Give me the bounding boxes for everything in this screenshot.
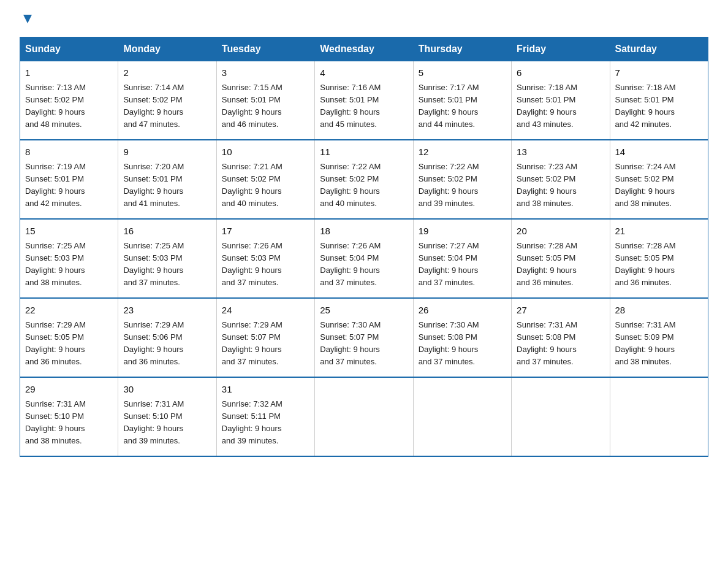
calendar-cell: [413, 377, 511, 456]
calendar-cell: 19 Sunrise: 7:27 AMSunset: 5:04 PMDaylig…: [413, 219, 511, 298]
weekday-header-tuesday: Tuesday: [216, 37, 314, 61]
calendar-cell: 6 Sunrise: 7:18 AMSunset: 5:01 PMDayligh…: [512, 61, 610, 140]
day-number: 3: [222, 66, 309, 80]
page-header: [20, 15, 708, 26]
day-info: Sunrise: 7:23 AMSunset: 5:02 PMDaylight:…: [517, 161, 604, 210]
calendar-cell: 30 Sunrise: 7:31 AMSunset: 5:10 PMDaylig…: [118, 377, 216, 456]
day-info: Sunrise: 7:29 AMSunset: 5:05 PMDaylight:…: [25, 319, 113, 369]
day-number: 15: [25, 224, 113, 239]
week-row-4: 22 Sunrise: 7:29 AMSunset: 5:05 PMDaylig…: [20, 298, 708, 377]
day-info: Sunrise: 7:31 AMSunset: 5:10 PMDaylight:…: [25, 398, 113, 448]
day-number: 24: [222, 304, 309, 318]
calendar-cell: 1 Sunrise: 7:13 AMSunset: 5:02 PMDayligh…: [20, 61, 118, 140]
day-number: 17: [222, 224, 309, 239]
calendar-cell: 4 Sunrise: 7:16 AMSunset: 5:01 PMDayligh…: [315, 61, 413, 140]
day-number: 20: [517, 224, 604, 239]
calendar-cell: 2 Sunrise: 7:14 AMSunset: 5:02 PMDayligh…: [118, 61, 216, 140]
day-number: 22: [25, 304, 113, 318]
calendar-cell: 12 Sunrise: 7:22 AMSunset: 5:02 PMDaylig…: [413, 140, 511, 219]
calendar-cell: 8 Sunrise: 7:19 AMSunset: 5:01 PMDayligh…: [20, 140, 118, 219]
day-info: Sunrise: 7:20 AMSunset: 5:01 PMDaylight:…: [123, 161, 211, 210]
week-row-2: 8 Sunrise: 7:19 AMSunset: 5:01 PMDayligh…: [20, 140, 708, 219]
calendar-cell: [512, 377, 610, 456]
calendar-cell: 17 Sunrise: 7:26 AMSunset: 5:03 PMDaylig…: [216, 219, 314, 298]
day-info: Sunrise: 7:31 AMSunset: 5:09 PMDaylight:…: [615, 319, 703, 369]
week-row-1: 1 Sunrise: 7:13 AMSunset: 5:02 PMDayligh…: [20, 61, 708, 140]
calendar-cell: 14 Sunrise: 7:24 AMSunset: 5:02 PMDaylig…: [610, 140, 708, 219]
day-info: Sunrise: 7:26 AMSunset: 5:04 PMDaylight:…: [320, 240, 408, 289]
weekday-header-thursday: Thursday: [413, 37, 511, 61]
week-row-5: 29 Sunrise: 7:31 AMSunset: 5:10 PMDaylig…: [20, 377, 708, 456]
calendar-cell: 22 Sunrise: 7:29 AMSunset: 5:05 PMDaylig…: [20, 298, 118, 377]
day-info: Sunrise: 7:26 AMSunset: 5:03 PMDaylight:…: [222, 240, 309, 289]
calendar-cell: 31 Sunrise: 7:32 AMSunset: 5:11 PMDaylig…: [216, 377, 314, 456]
day-info: Sunrise: 7:17 AMSunset: 5:01 PMDaylight:…: [419, 82, 506, 131]
day-number: 19: [419, 224, 506, 239]
day-number: 16: [123, 224, 211, 239]
calendar-cell: 16 Sunrise: 7:25 AMSunset: 5:03 PMDaylig…: [118, 219, 216, 298]
day-number: 27: [517, 304, 604, 318]
calendar-cell: 18 Sunrise: 7:26 AMSunset: 5:04 PMDaylig…: [315, 219, 413, 298]
calendar-cell: 7 Sunrise: 7:18 AMSunset: 5:01 PMDayligh…: [610, 61, 708, 140]
day-number: 7: [615, 66, 703, 80]
weekday-header-monday: Monday: [118, 37, 216, 61]
day-info: Sunrise: 7:21 AMSunset: 5:02 PMDaylight:…: [222, 161, 309, 210]
day-number: 5: [419, 66, 506, 80]
day-info: Sunrise: 7:22 AMSunset: 5:02 PMDaylight:…: [419, 161, 506, 210]
calendar-cell: 23 Sunrise: 7:29 AMSunset: 5:06 PMDaylig…: [118, 298, 216, 377]
week-row-3: 15 Sunrise: 7:25 AMSunset: 5:03 PMDaylig…: [20, 219, 708, 298]
day-info: Sunrise: 7:32 AMSunset: 5:11 PMDaylight:…: [222, 398, 309, 448]
calendar-cell: 9 Sunrise: 7:20 AMSunset: 5:01 PMDayligh…: [118, 140, 216, 219]
day-number: 28: [615, 304, 703, 318]
calendar-cell: 11 Sunrise: 7:22 AMSunset: 5:02 PMDaylig…: [315, 140, 413, 219]
day-info: Sunrise: 7:13 AMSunset: 5:02 PMDaylight:…: [25, 82, 113, 131]
day-info: Sunrise: 7:31 AMSunset: 5:10 PMDaylight:…: [123, 398, 211, 448]
calendar-cell: 24 Sunrise: 7:29 AMSunset: 5:07 PMDaylig…: [216, 298, 314, 377]
day-number: 25: [320, 304, 408, 318]
weekday-header-sunday: Sunday: [20, 37, 118, 61]
weekday-header-saturday: Saturday: [610, 37, 708, 61]
day-number: 23: [123, 304, 211, 318]
calendar-cell: 25 Sunrise: 7:30 AMSunset: 5:07 PMDaylig…: [315, 298, 413, 377]
day-info: Sunrise: 7:22 AMSunset: 5:02 PMDaylight:…: [320, 161, 408, 210]
day-number: 29: [25, 383, 113, 397]
day-number: 9: [123, 145, 211, 159]
day-info: Sunrise: 7:18 AMSunset: 5:01 PMDaylight:…: [517, 82, 604, 131]
day-info: Sunrise: 7:29 AMSunset: 5:06 PMDaylight:…: [123, 319, 211, 369]
calendar-cell: 5 Sunrise: 7:17 AMSunset: 5:01 PMDayligh…: [413, 61, 511, 140]
day-number: 4: [320, 66, 408, 80]
calendar-cell: 27 Sunrise: 7:31 AMSunset: 5:08 PMDaylig…: [512, 298, 610, 377]
svg-marker-0: [23, 15, 32, 23]
day-info: Sunrise: 7:31 AMSunset: 5:08 PMDaylight:…: [517, 319, 604, 369]
day-info: Sunrise: 7:16 AMSunset: 5:01 PMDaylight:…: [320, 82, 408, 131]
day-number: 21: [615, 224, 703, 239]
day-info: Sunrise: 7:15 AMSunset: 5:01 PMDaylight:…: [222, 82, 309, 131]
day-info: Sunrise: 7:27 AMSunset: 5:04 PMDaylight:…: [419, 240, 506, 289]
day-number: 11: [320, 145, 408, 159]
day-number: 2: [123, 66, 211, 80]
calendar-cell: 29 Sunrise: 7:31 AMSunset: 5:10 PMDaylig…: [20, 377, 118, 456]
day-info: Sunrise: 7:30 AMSunset: 5:08 PMDaylight:…: [419, 319, 506, 369]
day-info: Sunrise: 7:25 AMSunset: 5:03 PMDaylight:…: [25, 240, 113, 289]
day-info: Sunrise: 7:30 AMSunset: 5:07 PMDaylight:…: [320, 319, 408, 369]
weekday-header-wednesday: Wednesday: [315, 37, 413, 61]
calendar-cell: [315, 377, 413, 456]
day-info: Sunrise: 7:19 AMSunset: 5:01 PMDaylight:…: [25, 161, 113, 210]
calendar-cell: 26 Sunrise: 7:30 AMSunset: 5:08 PMDaylig…: [413, 298, 511, 377]
calendar-cell: 15 Sunrise: 7:25 AMSunset: 5:03 PMDaylig…: [20, 219, 118, 298]
weekday-header-friday: Friday: [512, 37, 610, 61]
calendar-cell: 28 Sunrise: 7:31 AMSunset: 5:09 PMDaylig…: [610, 298, 708, 377]
day-info: Sunrise: 7:24 AMSunset: 5:02 PMDaylight:…: [615, 161, 703, 210]
day-info: Sunrise: 7:28 AMSunset: 5:05 PMDaylight:…: [615, 240, 703, 289]
day-info: Sunrise: 7:29 AMSunset: 5:07 PMDaylight:…: [222, 319, 309, 369]
calendar-cell: 20 Sunrise: 7:28 AMSunset: 5:05 PMDaylig…: [512, 219, 610, 298]
calendar-cell: 21 Sunrise: 7:28 AMSunset: 5:05 PMDaylig…: [610, 219, 708, 298]
day-number: 13: [517, 145, 604, 159]
day-number: 30: [123, 383, 211, 397]
calendar-cell: 10 Sunrise: 7:21 AMSunset: 5:02 PMDaylig…: [216, 140, 314, 219]
calendar-cell: 13 Sunrise: 7:23 AMSunset: 5:02 PMDaylig…: [512, 140, 610, 219]
day-number: 31: [222, 383, 309, 397]
day-number: 12: [419, 145, 506, 159]
day-number: 10: [222, 145, 309, 159]
day-number: 26: [419, 304, 506, 318]
